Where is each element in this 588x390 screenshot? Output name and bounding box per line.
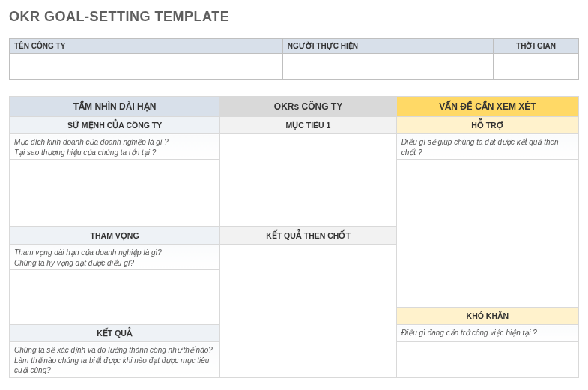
mission-body[interactable] (10, 160, 220, 227)
objective1-subheader: MỤC TIÊU 1 (220, 117, 397, 134)
keyresults-subheader: KẾT QUẢ THEN CHỐT (220, 227, 397, 244)
okr-main-table: TẦM NHÌN DÀI HẠN OKRs CÔNG TY VẤN ĐỀ CẦN… (9, 96, 579, 378)
ambition-prompt: Tham vọng dài hạn của doanh nghiệp là gì… (10, 244, 220, 270)
ambition-subheader: THAM VỌNG (10, 227, 220, 244)
performer-input-cell[interactable] (282, 54, 493, 80)
obstacles-subheader: KHÓ KHĂN (396, 308, 578, 325)
column-header-issues: VẤN ĐỀ CẦN XEM XÉT (396, 97, 578, 117)
support-body[interactable] (396, 160, 578, 308)
column-header-vision: TẦM NHÌN DÀI HẠN (10, 97, 220, 117)
company-input-cell[interactable] (10, 54, 283, 80)
company-header: TÊN CÔNG TY (10, 39, 283, 54)
ambition-body[interactable] (10, 270, 220, 325)
timeframe-input-cell[interactable] (493, 54, 578, 80)
obstacles-body[interactable] (396, 342, 578, 378)
header-info-table: TÊN CÔNG TY NGƯỜI THỰC HIỆN THỜI GIAN (9, 38, 579, 80)
obstacles-prompt: Điều gì đang cản trở công việc hiện tại … (396, 325, 578, 342)
mission-subheader: SỨ MỆNH CỦA CÔNG TY (10, 117, 220, 134)
mission-prompt: Mục đích kinh doanh của doanh nghiệp là … (10, 134, 220, 160)
support-subheader: HỖ TRỢ (396, 117, 578, 134)
keyresults-body[interactable] (220, 244, 397, 378)
column-header-okrs: OKRs CÔNG TY (220, 97, 397, 117)
results-subheader: KẾT QUẢ (10, 325, 220, 342)
objective1-body[interactable] (220, 134, 397, 227)
support-prompt: Điều gì sẽ giúp chúng ta đạt được kết qu… (396, 134, 578, 160)
results-prompt: Chúng ta sẽ xác định và đo lường thành c… (10, 342, 220, 378)
page-title: OKR GOAL-SETTING TEMPLATE (9, 9, 579, 25)
performer-header: NGƯỜI THỰC HIỆN (282, 39, 493, 54)
timeframe-header: THỜI GIAN (493, 39, 578, 54)
